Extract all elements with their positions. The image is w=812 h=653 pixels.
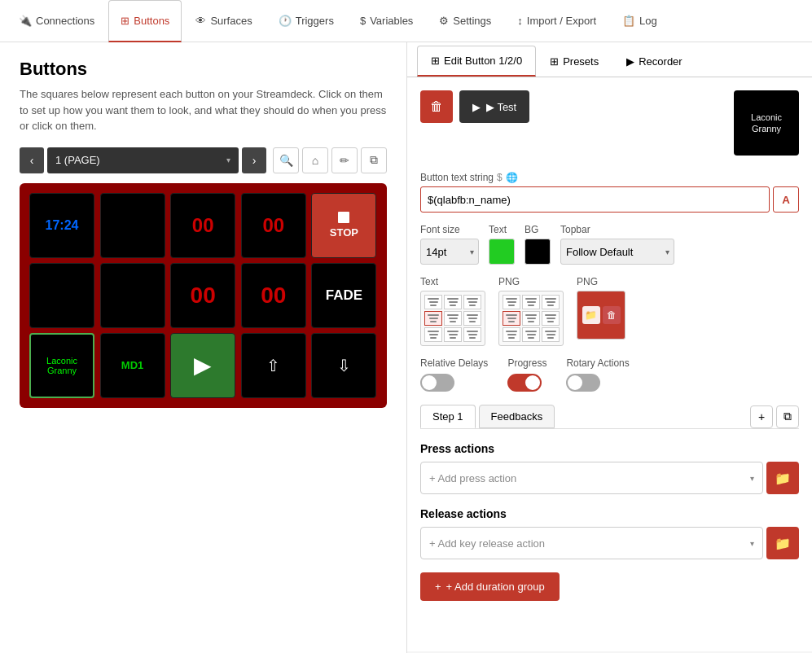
png-delete-button[interactable]: 🗑 <box>603 306 621 324</box>
png-cell-ml[interactable] <box>503 311 520 326</box>
edit-button[interactable]: ✏ <box>331 147 358 173</box>
grid-button-14[interactable]: ⇩ <box>311 333 376 398</box>
align-cell-bl[interactable] <box>424 327 442 342</box>
align-cell-tc[interactable] <box>444 295 462 309</box>
grid-button-0[interactable]: 17:24 <box>29 193 94 258</box>
png-cell-bc[interactable] <box>522 327 540 342</box>
font-size-group: Font size 14pt 12pt 16pt 18pt <box>420 224 479 265</box>
test-button[interactable]: ▶ ▶ Test <box>459 90 529 123</box>
align-cell-ml[interactable] <box>424 311 442 326</box>
feedbacks-tab[interactable]: Feedbacks <box>479 405 555 428</box>
release-action-folder-button[interactable]: 📁 <box>766 527 799 559</box>
tab-triggers[interactable]: 🕐 Triggers <box>266 0 346 42</box>
props-row: Font size 14pt 12pt 16pt 18pt Text <box>420 224 799 265</box>
grid-button-8[interactable]: 00 <box>241 263 306 328</box>
relative-delays-toggle[interactable] <box>420 374 454 392</box>
png-align-group1: PNG <box>498 276 564 346</box>
png-align-label1: PNG <box>498 276 564 287</box>
buttons-icon: ⊞ <box>121 15 129 27</box>
grid-button-9[interactable]: FADE <box>311 263 376 328</box>
png-cell-mc[interactable] <box>522 311 540 326</box>
tab-buttons[interactable]: ⊞ Buttons <box>108 0 182 42</box>
copy-button[interactable]: ⧉ <box>361 147 387 173</box>
font-picker-button[interactable]: A <box>773 186 799 213</box>
dollar-icon: $ <box>497 172 503 183</box>
grid-button-1[interactable] <box>100 193 165 258</box>
align-cell-tr[interactable] <box>463 295 481 309</box>
bg-color-swatch[interactable] <box>525 239 551 265</box>
png-cell-br[interactable] <box>542 327 560 342</box>
progress-toggle[interactable] <box>507 374 542 392</box>
tab-variables[interactable]: $ Variables <box>348 0 425 42</box>
next-page-button[interactable]: › <box>242 147 266 173</box>
text-string-input[interactable] <box>420 186 770 213</box>
grid-button-11[interactable]: MD1 <box>100 333 165 398</box>
png-cell-tl[interactable] <box>503 295 520 309</box>
tab-edit-button[interactable]: ⊞ Edit Button 1/2/0 <box>417 46 536 77</box>
edit-button-tab-icon: ⊞ <box>431 55 440 67</box>
prev-page-button[interactable]: ‹ <box>20 147 44 173</box>
add-press-action-dropdown[interactable]: + Add press action ▾ <box>420 462 763 494</box>
rotary-actions-toggle-group: Rotary Actions <box>566 357 629 392</box>
bg-color-group: BG <box>525 224 551 265</box>
topbar-select-wrapper[interactable]: Follow Default Always Show Never Show <box>560 239 674 265</box>
tab-recorder[interactable]: ▶ Recorder <box>612 46 696 77</box>
align-cell-tl[interactable] <box>424 295 442 309</box>
text-color-swatch[interactable] <box>489 239 515 265</box>
globe-icon: 🌐 <box>506 172 518 183</box>
tab-settings[interactable]: ⚙ Settings <box>427 0 503 42</box>
tab-log[interactable]: 📋 Log <box>610 0 669 42</box>
png-cell-tc[interactable] <box>522 295 540 309</box>
align-cell-br[interactable] <box>463 327 481 342</box>
grid-button-10[interactable]: LaconicGranny <box>29 333 94 398</box>
grid-button-4[interactable]: STOP <box>311 193 376 258</box>
png-folder-button[interactable]: 📁 <box>582 306 600 324</box>
png-cell-bl[interactable] <box>503 327 520 342</box>
home-button[interactable]: ⌂ <box>302 147 328 173</box>
delete-button[interactable]: 🗑 <box>420 90 453 123</box>
add-step-button[interactable]: + <box>750 405 773 428</box>
font-size-select-wrapper[interactable]: 14pt 12pt 16pt 18pt <box>420 239 479 265</box>
rotary-actions-toggle[interactable] <box>566 374 600 392</box>
rotary-actions-thumb <box>568 375 582 390</box>
tab-presets[interactable]: ⊞ Presets <box>536 46 612 77</box>
relative-delays-thumb <box>422 375 437 390</box>
add-release-action-dropdown[interactable]: + Add key release action ▾ <box>420 527 763 559</box>
page-actions: 🔍 ⌂ ✏ ⧉ <box>273 147 387 173</box>
grid-button-6[interactable] <box>100 263 165 328</box>
align-cell-bc[interactable] <box>444 327 462 342</box>
topbar-group: Topbar Follow Default Always Show Never … <box>560 224 674 265</box>
align-cell-mr[interactable] <box>463 311 481 326</box>
align-cell-mc[interactable] <box>444 311 462 326</box>
home-icon: ⌂ <box>312 154 318 167</box>
button-preview: Laconic Granny <box>734 90 799 156</box>
step1-tab[interactable]: Step 1 <box>420 405 476 428</box>
tab-surfaces[interactable]: 👁 Surfaces <box>183 0 264 42</box>
press-action-folder-button[interactable]: 📁 <box>766 462 799 494</box>
grid-button-12[interactable]: ▶ <box>170 333 235 398</box>
search-button[interactable]: 🔍 <box>273 147 299 173</box>
variables-icon: $ <box>360 15 366 27</box>
png-cell-tr[interactable] <box>542 295 560 309</box>
trash-icon: 🗑 <box>430 99 443 114</box>
grid-button-2[interactable]: 00 <box>170 193 235 258</box>
text-align-grid <box>420 291 485 346</box>
text-color-label: Text <box>489 224 515 235</box>
tab-connections[interactable]: 🔌 Connections <box>7 0 107 42</box>
grid-button-5[interactable] <box>29 263 94 328</box>
font-size-select[interactable]: 14pt 12pt 16pt 18pt <box>420 239 479 265</box>
topbar-select[interactable]: Follow Default Always Show Never Show <box>560 239 674 265</box>
png-cell-mr[interactable] <box>542 311 560 326</box>
png-action-box[interactable]: 📁 🗑 <box>577 291 625 340</box>
duplicate-step-button[interactable]: ⧉ <box>776 405 799 428</box>
tab-import-export[interactable]: ↕ Import / Export <box>505 0 608 42</box>
text-color-group: Text <box>489 224 515 265</box>
log-icon: 📋 <box>622 15 635 27</box>
main-layout: Buttons The squares below represent each… <box>0 42 812 653</box>
add-duration-group-button[interactable]: + + Add duration group <box>420 572 560 601</box>
edit-icon: ✏ <box>340 154 349 167</box>
grid-button-3[interactable]: 00 <box>241 193 306 258</box>
page-selector[interactable]: 1 (PAGE) ▾ <box>47 147 239 173</box>
grid-button-13[interactable]: ⇧ <box>241 333 306 398</box>
grid-button-7[interactable]: 00 <box>170 263 235 328</box>
